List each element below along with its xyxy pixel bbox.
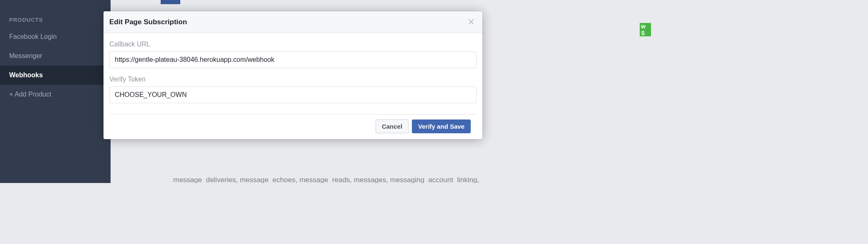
callback-url-group: Callback URL — [109, 41, 477, 68]
webhook-events-text: message_deliveries, message_echoes, mess… — [173, 176, 479, 183]
sidebar-item-webhooks[interactable]: Webhooks — [0, 66, 111, 85]
modal-title: Edit Page Subscription — [109, 18, 187, 26]
cancel-button[interactable]: Cancel — [376, 119, 409, 133]
sidebar-item-label: + Add Product — [9, 91, 51, 98]
verify-token-input[interactable] — [109, 86, 477, 103]
callback-url-label: Callback URL — [109, 41, 477, 48]
verify-token-label: Verify Token — [109, 76, 477, 83]
sidebar-item-messenger[interactable]: Messenger — [0, 46, 111, 66]
edit-page-subscription-modal: Edit Page Subscription ✕ Callback URL Ve… — [103, 11, 482, 139]
partial-green-button[interactable]: w S — [640, 23, 651, 36]
banner-icon — [161, 0, 180, 4]
close-icon[interactable]: ✕ — [467, 18, 475, 27]
sidebar-item-facebook-login[interactable]: Facebook Login — [0, 27, 111, 46]
modal-header: Edit Page Subscription ✕ — [103, 11, 482, 33]
modal-footer: Cancel Verify and Save — [109, 114, 477, 139]
sidebar-item-label: Facebook Login — [9, 33, 57, 40]
verify-and-save-button[interactable]: Verify and Save — [412, 119, 471, 133]
verify-token-group: Verify Token — [109, 76, 477, 103]
sidebar-item-add-product[interactable]: + Add Product — [0, 85, 111, 104]
callback-url-input[interactable] — [109, 51, 477, 68]
sidebar: PRODUCTS Facebook Login Messenger Webhoo… — [0, 0, 111, 183]
sidebar-item-label: Messenger — [9, 52, 42, 59]
sidebar-item-label: Webhooks — [9, 71, 43, 79]
sidebar-heading: PRODUCTS — [0, 13, 111, 27]
modal-body: Callback URL Verify Token — [103, 33, 482, 114]
